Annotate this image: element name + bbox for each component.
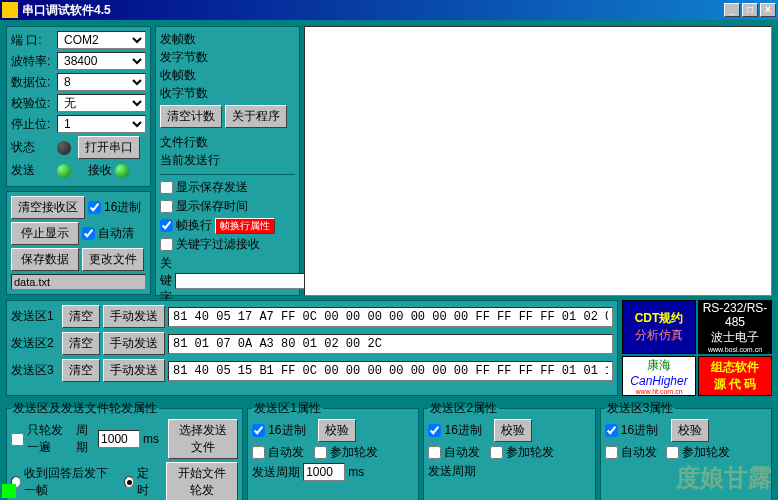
zone3-check-button[interactable]: 校验 — [671, 419, 709, 442]
tx-bytes-label: 发字节数 — [160, 49, 295, 63]
status-label: 状态 — [11, 139, 57, 156]
parity-select[interactable]: 无 — [57, 94, 146, 112]
open-port-button[interactable]: 打开串口 — [78, 136, 140, 159]
window-title: 串口调试软件4.5 — [22, 2, 724, 19]
zone3-props-panel: 发送区3属性 16进制 校验 自动发 参加轮发 — [600, 400, 772, 500]
stopbits-select[interactable]: 1 — [57, 115, 146, 133]
frame-wrap-checkbox[interactable] — [160, 219, 173, 232]
poll-props-legend: 发送区及发送文件轮发属性 — [11, 400, 159, 417]
stop-display-button[interactable]: 停止显示 — [11, 222, 79, 245]
manual-send2-button[interactable]: 手动发送 — [103, 332, 165, 355]
show-save-time-label: 显示保存时间 — [176, 198, 248, 215]
current-line-label: 当前发送行 — [160, 152, 295, 166]
zone2-hex-checkbox[interactable] — [428, 424, 441, 437]
save-data-button[interactable]: 保存数据 — [11, 248, 79, 271]
show-save-send-label: 显示保存发送 — [176, 179, 248, 196]
file-lines-label: 文件行数 — [160, 134, 295, 148]
hex-recv-label: 16进制 — [104, 199, 141, 216]
clear-zone1-button[interactable]: 清空 — [62, 305, 100, 328]
ad-cdt[interactable]: CDT规约分析仿真 — [622, 300, 696, 354]
zone1-auto-checkbox[interactable] — [252, 446, 265, 459]
keyword-filter-checkbox[interactable] — [160, 238, 173, 251]
clear-zone2-button[interactable]: 清空 — [62, 332, 100, 355]
zone1-check-button[interactable]: 校验 — [318, 419, 356, 442]
clear-count-button[interactable]: 清空计数 — [160, 105, 222, 128]
app-icon — [2, 2, 18, 18]
zone3-poll-checkbox[interactable] — [666, 446, 679, 459]
port-select[interactable]: COM2 — [57, 31, 146, 49]
send-panel: 发送区1清空手动发送 发送区2清空手动发送 发送区3清空手动发送 — [6, 300, 618, 396]
send-zone1-label: 发送区1 — [11, 308, 59, 325]
frame-wrap-label: 帧换行 — [176, 217, 212, 234]
corner-indicator-icon — [2, 484, 16, 498]
maximize-button[interactable]: □ — [742, 3, 758, 17]
select-file-button[interactable]: 选择发送文件 — [168, 419, 238, 459]
zone2-props-panel: 发送区2属性 16进制 校验 自动发 参加轮发 发送周期 — [423, 400, 595, 500]
timed-label: 定时 — [137, 465, 156, 499]
receive-display-area[interactable] — [304, 26, 772, 296]
change-file-button[interactable]: 更改文件 — [82, 248, 144, 271]
baud-select[interactable]: 38400 — [57, 52, 146, 70]
auto-clear-label: 自动清 — [98, 225, 134, 242]
clear-recv-button[interactable]: 清空接收区 — [11, 196, 85, 219]
show-save-time-checkbox[interactable] — [160, 200, 173, 213]
ad-canhigher[interactable]: 康海CanHigherwww.ht.com.cn — [622, 356, 696, 396]
period-label: 周期 — [76, 422, 95, 456]
zone3-props-legend: 发送区3属性 — [605, 400, 676, 417]
recv-led-icon — [115, 164, 129, 178]
stopbits-label: 停止位: — [11, 116, 57, 133]
manual-send3-button[interactable]: 手动发送 — [103, 359, 165, 382]
port-label: 端 口: — [11, 32, 57, 49]
send-data2-input[interactable] — [168, 334, 613, 354]
ad-bosi[interactable]: RS-232/RS-485波士电子www.bosi.com.cn — [698, 300, 772, 354]
parity-label: 校验位: — [11, 95, 57, 112]
recv-control-panel: 清空接收区16进制 停止显示自动清 保存数据更改文件 — [6, 191, 151, 295]
clear-zone3-button[interactable]: 清空 — [62, 359, 100, 382]
zone3-auto-checkbox[interactable] — [605, 446, 618, 459]
send-led-icon — [57, 164, 71, 178]
zone1-poll-checkbox[interactable] — [314, 446, 327, 459]
period-input[interactable] — [98, 430, 140, 448]
auto-clear-checkbox[interactable] — [82, 227, 95, 240]
databits-label: 数据位: — [11, 74, 57, 91]
tx-frames-label: 发帧数 — [160, 31, 295, 45]
zone2-check-button[interactable]: 校验 — [494, 419, 532, 442]
zone1-period-input[interactable] — [303, 463, 345, 481]
timed-radio[interactable] — [124, 476, 134, 488]
close-button[interactable]: × — [760, 3, 776, 17]
zone1-hex-checkbox[interactable] — [252, 424, 265, 437]
filename-field[interactable] — [11, 274, 146, 290]
start-file-poll-button[interactable]: 开始文件轮发 — [166, 462, 238, 500]
zone2-poll-checkbox[interactable] — [490, 446, 503, 459]
frame-wrap-props-button[interactable]: 帧换行属性 — [215, 218, 275, 234]
titlebar: 串口调试软件4.5 _ □ × — [0, 0, 778, 20]
zone3-hex-checkbox[interactable] — [605, 424, 618, 437]
ads-panel: CDT规约分析仿真 RS-232/RS-485波士电子www.bosi.com.… — [622, 300, 772, 396]
send-label: 发送 — [11, 162, 57, 179]
send-data1-input[interactable] — [168, 307, 613, 327]
status-led-icon — [57, 141, 71, 155]
about-button[interactable]: 关于程序 — [225, 105, 287, 128]
manual-send1-button[interactable]: 手动发送 — [103, 305, 165, 328]
send-data3-input[interactable] — [168, 361, 613, 381]
period-unit: ms — [143, 432, 159, 446]
only-once-label: 只轮发一遍 — [27, 422, 73, 456]
send-zone2-label: 发送区2 — [11, 335, 59, 352]
keyword-label: 关键字 — [160, 255, 172, 306]
after-reply-label: 收到回答后发下一帧 — [24, 465, 111, 499]
send-zone3-label: 发送区3 — [11, 362, 59, 379]
baud-label: 波特率: — [11, 53, 57, 70]
keyword-filter-label: 关键字过滤接收 — [176, 236, 260, 253]
zone2-auto-checkbox[interactable] — [428, 446, 441, 459]
port-settings-panel: 端 口:COM2 波特率:38400 数据位:8 校验位:无 停止位:1 状态 … — [6, 26, 151, 187]
ad-source[interactable]: 组态软件源 代 码 — [698, 356, 772, 396]
hex-recv-checkbox[interactable] — [88, 201, 101, 214]
rx-frames-label: 收帧数 — [160, 67, 295, 81]
stats-panel: 发帧数 发字节数 收帧数 收字节数 清空计数关于程序 文件行数 当前发送行 显示… — [155, 26, 300, 296]
zone1-props-panel: 发送区1属性 16进制 校验 自动发 参加轮发 发送周期ms — [247, 400, 419, 500]
databits-select[interactable]: 8 — [57, 73, 146, 91]
rx-bytes-label: 收字节数 — [160, 85, 295, 99]
minimize-button[interactable]: _ — [724, 3, 740, 17]
show-save-send-checkbox[interactable] — [160, 181, 173, 194]
only-once-checkbox[interactable] — [11, 433, 24, 446]
